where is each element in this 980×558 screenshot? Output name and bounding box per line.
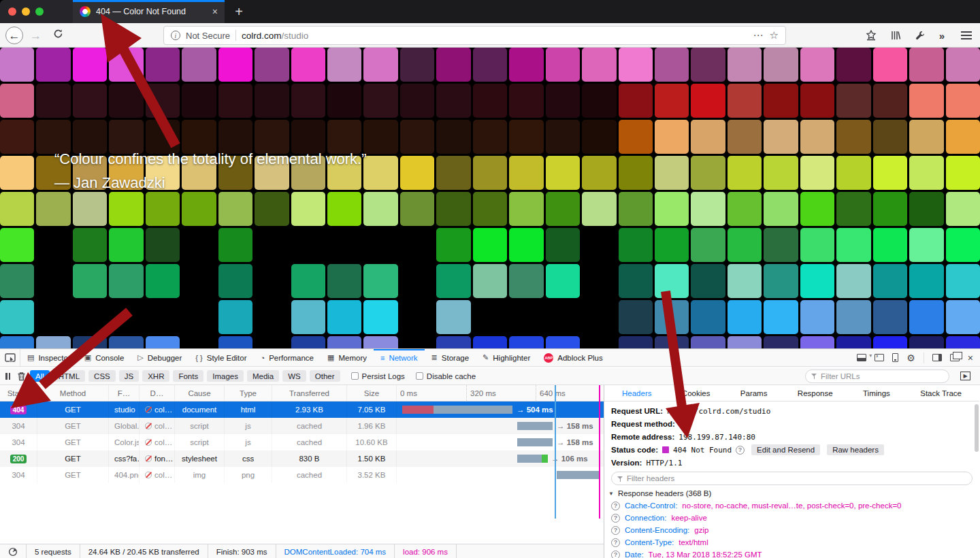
- response-header-row[interactable]: ?Date: Tue, 13 Mar 2018 18:52:25 GMT: [611, 548, 979, 558]
- color-swatch[interactable]: [436, 84, 470, 118]
- url-text[interactable]: colrd.com/studio: [242, 31, 748, 41]
- color-swatch[interactable]: [146, 192, 180, 226]
- color-swatch[interactable]: [582, 264, 616, 298]
- details-tab-timings[interactable]: Timings: [863, 389, 890, 397]
- color-swatch[interactable]: [655, 228, 689, 262]
- color-swatch[interactable]: [582, 48, 616, 82]
- color-swatch[interactable]: [146, 264, 180, 298]
- color-swatch[interactable]: [619, 156, 653, 190]
- color-swatch[interactable]: [255, 336, 289, 348]
- color-swatch[interactable]: [73, 48, 107, 82]
- color-swatch[interactable]: [582, 228, 616, 262]
- request-row[interactable]: 304GETColor.jscol…scriptjscached10.60 KB…: [0, 434, 604, 450]
- color-swatch[interactable]: [509, 192, 543, 226]
- color-swatch[interactable]: [619, 84, 653, 118]
- devtools-tab-storage[interactable]: ≣Storage: [425, 349, 476, 366]
- color-swatch[interactable]: [764, 84, 798, 118]
- color-swatch[interactable]: [218, 228, 252, 262]
- request-row[interactable]: 200GETcss?fa…fon…stylesheetcss830 B1.50 …: [0, 450, 604, 467]
- color-swatch[interactable]: [946, 84, 980, 118]
- color-swatch[interactable]: [800, 156, 834, 190]
- filter-pill-ws[interactable]: WS: [282, 370, 306, 382]
- color-swatch[interactable]: [546, 48, 580, 82]
- security-label[interactable]: Not Secure: [186, 31, 230, 41]
- color-swatch[interactable]: [291, 84, 325, 118]
- color-swatch[interactable]: [436, 192, 470, 226]
- close-devtools-icon[interactable]: ×: [968, 352, 973, 363]
- performance-analysis-button[interactable]: [0, 544, 27, 558]
- responsive-mode-icon[interactable]: [892, 353, 898, 362]
- color-swatch[interactable]: [436, 120, 470, 154]
- color-swatch[interactable]: [109, 264, 143, 298]
- color-swatch[interactable]: [218, 192, 252, 226]
- color-swatch[interactable]: [327, 48, 361, 82]
- color-swatch[interactable]: [873, 156, 907, 190]
- color-swatch[interactable]: [691, 300, 725, 334]
- color-swatch[interactable]: [946, 300, 980, 334]
- color-swatch[interactable]: [0, 48, 34, 82]
- color-swatch[interactable]: [291, 228, 325, 262]
- split-console-icon[interactable]: [875, 354, 884, 361]
- reload-button[interactable]: [53, 29, 63, 42]
- column-header-size[interactable]: Size: [347, 385, 397, 401]
- color-swatch[interactable]: [36, 84, 70, 118]
- response-header-row[interactable]: ?Cache-Control: no-store, no-cache, must…: [611, 499, 979, 512]
- color-swatch[interactable]: [764, 120, 798, 154]
- header-help-icon[interactable]: ?: [611, 551, 620, 558]
- column-header-f[interactable]: F…: [109, 385, 140, 401]
- color-swatch[interactable]: [182, 192, 216, 226]
- color-swatch[interactable]: [728, 336, 762, 348]
- color-swatch[interactable]: [218, 300, 252, 334]
- color-swatch[interactable]: [691, 120, 725, 154]
- color-swatch[interactable]: [73, 84, 107, 118]
- color-swatch[interactable]: [728, 192, 762, 226]
- color-swatch[interactable]: [436, 48, 470, 82]
- color-swatch[interactable]: [182, 336, 216, 348]
- color-swatch[interactable]: [146, 228, 180, 262]
- color-swatch[interactable]: [909, 192, 943, 226]
- color-swatch[interactable]: [0, 264, 34, 298]
- color-swatch[interactable]: [655, 264, 689, 298]
- color-swatch[interactable]: [291, 300, 325, 334]
- column-header-method[interactable]: Method: [37, 385, 109, 401]
- color-swatch[interactable]: [909, 156, 943, 190]
- page-actions-icon[interactable]: ⋯: [753, 29, 764, 42]
- color-swatch[interactable]: [691, 228, 725, 262]
- color-swatch[interactable]: [909, 84, 943, 118]
- color-swatch[interactable]: [619, 228, 653, 262]
- response-header-row[interactable]: ?Content-Encoding: gzip: [611, 524, 979, 536]
- color-swatch[interactable]: [509, 336, 543, 348]
- color-swatch[interactable]: [582, 300, 616, 334]
- color-swatch[interactable]: [909, 336, 943, 348]
- details-tab-cookies[interactable]: Cookies: [682, 389, 710, 397]
- dock-to-side-icon[interactable]: [932, 354, 942, 361]
- color-swatch[interactable]: [836, 264, 870, 298]
- color-swatch[interactable]: [182, 48, 216, 82]
- color-swatch[interactable]: [509, 48, 543, 82]
- color-swatch[interactable]: [800, 228, 834, 262]
- color-swatch[interactable]: [0, 336, 34, 348]
- color-swatch[interactable]: [473, 228, 507, 262]
- devtools-tab-performance[interactable]: ◔Performance: [254, 349, 321, 366]
- color-swatch[interactable]: [764, 48, 798, 82]
- color-swatch[interactable]: [836, 84, 870, 118]
- color-swatch[interactable]: [873, 228, 907, 262]
- color-swatch[interactable]: [619, 120, 653, 154]
- clear-requests-trash-icon[interactable]: [17, 372, 26, 381]
- color-swatch[interactable]: [73, 336, 107, 348]
- details-scrollbar[interactable]: [975, 404, 979, 452]
- color-swatch[interactable]: [655, 300, 689, 334]
- color-swatch[interactable]: [655, 192, 689, 226]
- color-swatch[interactable]: [546, 84, 580, 118]
- color-swatch[interactable]: [218, 48, 252, 82]
- color-swatch[interactable]: [873, 300, 907, 334]
- color-swatch[interactable]: [509, 228, 543, 262]
- color-swatch[interactable]: [363, 84, 397, 118]
- column-header-type[interactable]: Type: [225, 385, 272, 401]
- color-swatch[interactable]: [836, 156, 870, 190]
- color-swatch[interactable]: [764, 264, 798, 298]
- color-swatch[interactable]: [546, 336, 580, 348]
- color-swatch[interactable]: [36, 48, 70, 82]
- color-swatch[interactable]: [909, 120, 943, 154]
- color-swatch[interactable]: [363, 192, 397, 226]
